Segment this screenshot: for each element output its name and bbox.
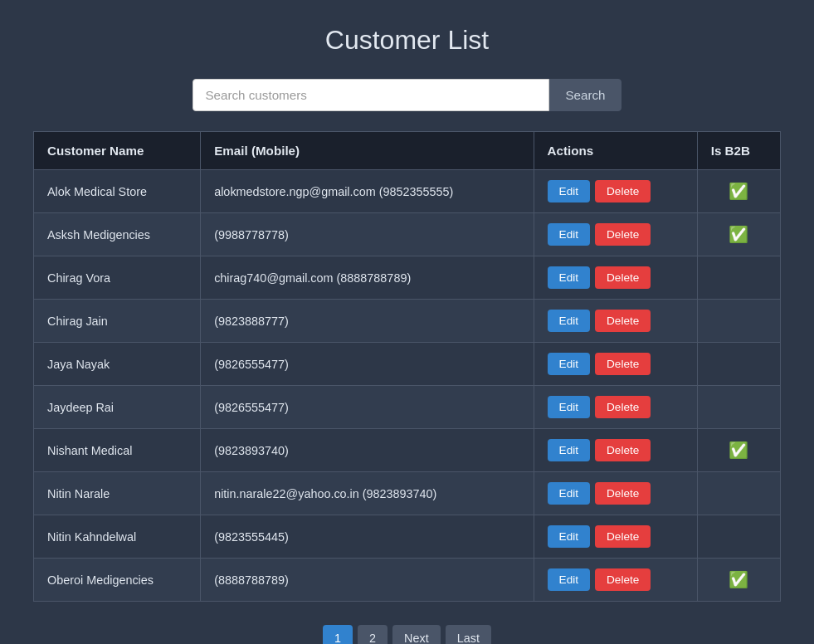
- table-row: Nishant Medical(9823893740)EditDelete✅: [34, 429, 781, 472]
- table-row: Jaydeep Rai(9826555477)EditDelete: [34, 386, 781, 429]
- table-row: Oberoi Medigencies(8888788789)EditDelete…: [34, 559, 781, 602]
- edit-button[interactable]: Edit: [548, 439, 590, 461]
- edit-button[interactable]: Edit: [548, 482, 590, 505]
- customer-b2b-cell: [697, 256, 780, 300]
- customer-b2b-cell: [697, 515, 780, 559]
- table-row: Nitin Kahndelwal(9823555445)EditDelete: [34, 515, 781, 559]
- delete-button[interactable]: Delete: [595, 353, 651, 375]
- table-row: Jaya Nayak(9826555477)EditDelete: [34, 343, 781, 386]
- delete-button[interactable]: Delete: [595, 396, 651, 418]
- b2b-check-icon: ✅: [729, 442, 748, 459]
- customer-email-mobile-cell: (9988778778): [201, 213, 534, 256]
- customer-email-mobile-cell: nitin.narale22@yahoo.co.in (9823893740): [201, 472, 534, 515]
- customer-actions-cell: EditDelete: [534, 472, 697, 515]
- table-row: Chirag Jain(9823888777)EditDelete: [34, 300, 781, 343]
- pagination: 1 2 Next Last: [33, 625, 781, 644]
- edit-button[interactable]: Edit: [548, 310, 590, 332]
- customer-name-cell: Nitin Kahndelwal: [34, 515, 201, 559]
- delete-button[interactable]: Delete: [595, 482, 651, 505]
- customer-name-cell: Nitin Narale: [34, 472, 201, 515]
- customer-actions-cell: EditDelete: [534, 515, 697, 559]
- delete-button[interactable]: Delete: [595, 525, 651, 548]
- customer-table: Customer Name Email (Mobile) Actions Is …: [33, 131, 781, 602]
- customer-email-mobile-cell: (9826555477): [201, 343, 534, 386]
- customer-name-cell: Alok Medical Store: [34, 170, 201, 213]
- customer-name-cell: Jaya Nayak: [34, 343, 201, 386]
- col-header-actions: Actions: [534, 132, 697, 170]
- customer-b2b-cell: ✅: [697, 429, 780, 472]
- table-row: Asksh Medigencies(9988778778)EditDelete✅: [34, 213, 781, 256]
- customer-email-mobile-cell: (9823893740): [201, 429, 534, 472]
- customer-email-mobile-cell: chirag740@gmail.com (8888788789): [201, 256, 534, 300]
- delete-button[interactable]: Delete: [595, 266, 651, 289]
- customer-name-cell: Nishant Medical: [34, 429, 201, 472]
- customer-email-mobile-cell: (9823555445): [201, 515, 534, 559]
- search-input[interactable]: [193, 79, 549, 111]
- customer-name-cell: Chirag Vora: [34, 256, 201, 300]
- edit-button[interactable]: Edit: [548, 180, 590, 202]
- customer-actions-cell: EditDelete: [534, 213, 697, 256]
- page-1-button[interactable]: 1: [323, 625, 353, 644]
- customer-b2b-cell: [697, 472, 780, 515]
- last-button[interactable]: Last: [446, 625, 491, 644]
- delete-button[interactable]: Delete: [595, 439, 651, 461]
- customer-actions-cell: EditDelete: [534, 300, 697, 343]
- delete-button[interactable]: Delete: [595, 180, 651, 202]
- customer-email-mobile-cell: (9823888777): [201, 300, 534, 343]
- search-button[interactable]: Search: [549, 79, 621, 111]
- table-row: Chirag Vorachirag740@gmail.com (88887887…: [34, 256, 781, 300]
- col-header-email-mobile: Email (Mobile): [201, 132, 534, 170]
- customer-email-mobile-cell: (8888788789): [201, 559, 534, 602]
- table-header-row: Customer Name Email (Mobile) Actions Is …: [34, 132, 781, 170]
- customer-name-cell: Jaydeep Rai: [34, 386, 201, 429]
- edit-button[interactable]: Edit: [548, 353, 590, 375]
- edit-button[interactable]: Edit: [548, 568, 590, 591]
- customer-actions-cell: EditDelete: [534, 256, 697, 300]
- page-title: Customer List: [33, 25, 781, 56]
- customer-b2b-cell: ✅: [697, 559, 780, 602]
- customer-b2b-cell: [697, 300, 780, 343]
- customer-email-mobile-cell: (9826555477): [201, 386, 534, 429]
- next-button[interactable]: Next: [392, 625, 441, 644]
- customer-b2b-cell: ✅: [697, 213, 780, 256]
- delete-button[interactable]: Delete: [595, 568, 651, 591]
- customer-b2b-cell: ✅: [697, 170, 780, 213]
- edit-button[interactable]: Edit: [548, 525, 590, 548]
- customer-table-wrapper: Customer Name Email (Mobile) Actions Is …: [33, 131, 781, 602]
- customer-name-cell: Asksh Medigencies: [34, 213, 201, 256]
- customer-actions-cell: EditDelete: [534, 343, 697, 386]
- b2b-check-icon: ✅: [729, 226, 748, 243]
- col-header-is-b2b: Is B2B: [697, 132, 780, 170]
- customer-b2b-cell: [697, 386, 780, 429]
- col-header-name: Customer Name: [34, 132, 201, 170]
- edit-button[interactable]: Edit: [548, 223, 590, 246]
- edit-button[interactable]: Edit: [548, 396, 590, 418]
- b2b-check-icon: ✅: [729, 571, 748, 588]
- page-2-button[interactable]: 2: [358, 625, 388, 644]
- delete-button[interactable]: Delete: [595, 223, 651, 246]
- customer-email-mobile-cell: alokmedstore.ngp@gmail.com (9852355555): [201, 170, 534, 213]
- customer-b2b-cell: [697, 343, 780, 386]
- customer-actions-cell: EditDelete: [534, 559, 697, 602]
- b2b-check-icon: ✅: [729, 183, 748, 200]
- customer-name-cell: Chirag Jain: [34, 300, 201, 343]
- customer-actions-cell: EditDelete: [534, 170, 697, 213]
- search-bar: Search: [33, 79, 781, 111]
- customer-name-cell: Oberoi Medigencies: [34, 559, 201, 602]
- table-row: Alok Medical Storealokmedstore.ngp@gmail…: [34, 170, 781, 213]
- delete-button[interactable]: Delete: [595, 310, 651, 332]
- edit-button[interactable]: Edit: [548, 266, 590, 289]
- customer-actions-cell: EditDelete: [534, 386, 697, 429]
- customer-actions-cell: EditDelete: [534, 429, 697, 472]
- table-row: Nitin Naralenitin.narale22@yahoo.co.in (…: [34, 472, 781, 515]
